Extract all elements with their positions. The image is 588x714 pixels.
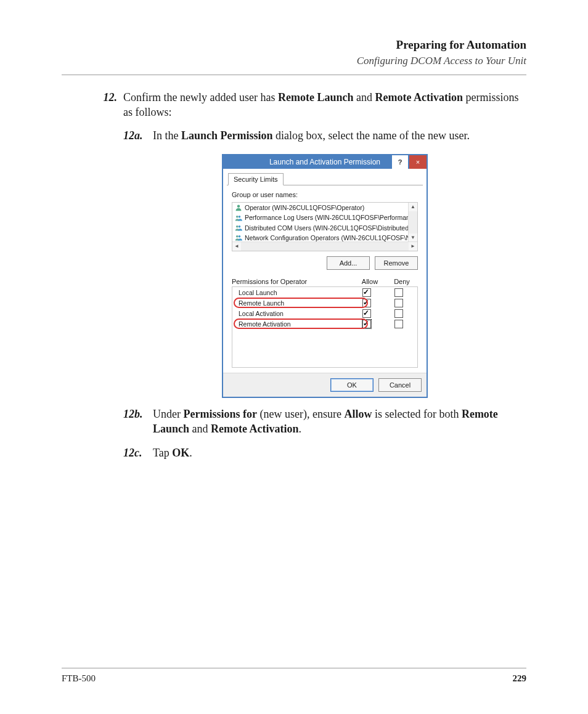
- deny-checkbox[interactable]: [394, 320, 403, 328]
- allow-checkbox[interactable]: [362, 320, 371, 328]
- svg-point-0: [237, 205, 240, 208]
- deny-checkbox[interactable]: [394, 299, 403, 307]
- ok-button[interactable]: OK: [330, 378, 374, 392]
- deny-checkbox[interactable]: [394, 309, 403, 318]
- step-12b: 12b. Under Permissions for (new user), e…: [123, 407, 526, 437]
- horizontal-scrollbar[interactable]: ◄ ►: [232, 241, 417, 251]
- substep-body: Tap OK.: [153, 445, 526, 460]
- substep-number: 12c.: [123, 445, 149, 460]
- allow-checkbox[interactable]: [362, 309, 371, 318]
- user-icon: [235, 204, 242, 211]
- list-item[interactable]: Performance Log Users (WIN-26CUL1QFOSF\P…: [232, 213, 409, 222]
- svg-point-1: [236, 216, 239, 218]
- permission-name: Local Launch: [235, 288, 351, 297]
- substep-number: 12a.: [123, 128, 149, 143]
- list-item[interactable]: Network Configuration Operators (WIN-26C…: [232, 233, 409, 242]
- svg-point-5: [236, 235, 239, 238]
- users-icon: [235, 214, 242, 222]
- allow-checkbox[interactable]: [362, 299, 371, 307]
- scroll-right-icon[interactable]: ►: [409, 242, 417, 251]
- footer-rule: [62, 668, 526, 668]
- list-item-label: Distributed COM Users (WIN-26CUL1QFOSF\D…: [245, 224, 409, 232]
- add-button[interactable]: Add...: [327, 256, 370, 270]
- permissions-grid: Local LaunchRemote LaunchLocal Activatio…: [232, 286, 418, 368]
- substep-body: In the Launch Permission dialog box, sel…: [153, 128, 526, 143]
- users-icon: [235, 234, 242, 241]
- permission-row: Remote Launch: [232, 298, 417, 308]
- scroll-left-icon[interactable]: ◄: [232, 242, 241, 251]
- chapter-title: Preparing for Automation: [62, 37, 526, 53]
- tab-security-limits[interactable]: Security Limits: [228, 173, 284, 186]
- section-subtitle: Configuring DCOM Access to Your Unit: [62, 54, 526, 68]
- permission-name: Local Activation: [235, 309, 351, 318]
- users-icon: [235, 224, 242, 232]
- svg-point-2: [239, 216, 241, 218]
- scroll-down-icon[interactable]: ▼: [409, 233, 417, 242]
- list-item[interactable]: Operator (WIN-26CUL1QFOSF\Operator): [232, 203, 409, 213]
- permissions-for-label: Permissions for Operator: [232, 277, 354, 286]
- substep-number: 12b.: [123, 407, 149, 437]
- help-button[interactable]: ?: [392, 155, 408, 169]
- page-header: Preparing for Automation Configuring DCO…: [62, 37, 526, 68]
- deny-checkbox[interactable]: [394, 288, 403, 297]
- substeps: 12a. In the Launch Permission dialog box…: [123, 128, 526, 460]
- dialog-figure: Launch and Activation Permission ? × Sec…: [123, 154, 526, 398]
- cancel-button[interactable]: Cancel: [378, 378, 422, 392]
- list-item[interactable]: Distributed COM Users (WIN-26CUL1QFOSF\D…: [232, 223, 409, 233]
- dialog-title-text: Launch and Activation Permission: [269, 157, 380, 167]
- svg-point-6: [239, 235, 241, 238]
- allow-column-label: Allow: [354, 277, 386, 286]
- page-footer: FTB-500 229: [62, 662, 526, 684]
- remove-button[interactable]: Remove: [375, 256, 418, 270]
- svg-point-3: [236, 225, 239, 228]
- step-12c: 12c. Tap OK.: [123, 445, 526, 460]
- step-12: 12. Confirm the newly added user has Rem…: [99, 90, 526, 120]
- dialog-titlebar[interactable]: Launch and Activation Permission ? ×: [223, 155, 427, 169]
- scroll-up-icon[interactable]: ▲: [409, 203, 417, 211]
- deny-column-label: Deny: [386, 277, 418, 286]
- permission-row: Local Activation: [232, 308, 417, 318]
- dialog-footer: OK Cancel: [223, 373, 427, 397]
- close-button[interactable]: ×: [409, 155, 427, 169]
- list-item-label: Network Configuration Operators (WIN-26C…: [245, 233, 409, 242]
- list-item-label: Performance Log Users (WIN-26CUL1QFOSF\P…: [245, 213, 409, 222]
- dialog-body: Security Limits Group or user names: Ope…: [223, 169, 427, 373]
- step-12a: 12a. In the Launch Permission dialog box…: [123, 128, 526, 143]
- permissions-header: Permissions for Operator Allow Deny: [232, 277, 418, 286]
- allow-checkbox[interactable]: [362, 288, 371, 297]
- group-user-label: Group or user names:: [232, 190, 418, 200]
- substep-body: Under Permissions for (new user), ensure…: [153, 407, 526, 437]
- permission-name: Remote Activation: [235, 320, 351, 328]
- step-body: Confirm the newly added user has Remote …: [123, 90, 526, 120]
- group-user-listbox[interactable]: Operator (WIN-26CUL1QFOSF\Operator)Perfo…: [232, 202, 418, 251]
- permission-row: Local Launch: [232, 287, 417, 298]
- permission-name: Remote Launch: [235, 299, 351, 307]
- tab-strip: Security Limits: [227, 172, 423, 185]
- page-number: 229: [513, 672, 527, 684]
- header-rule: [62, 75, 526, 75]
- list-item-label: Operator (WIN-26CUL1QFOSF\Operator): [245, 203, 364, 212]
- step-number: 12.: [99, 90, 117, 120]
- svg-point-4: [239, 225, 241, 228]
- product-id: FTB-500: [62, 672, 96, 684]
- vertical-scrollbar[interactable]: ▲ ▼: [408, 203, 417, 242]
- permission-row: Remote Activation: [232, 318, 417, 329]
- document-page: Preparing for Automation Configuring DCO…: [0, 0, 588, 714]
- launch-activation-dialog: Launch and Activation Permission ? × Sec…: [222, 154, 428, 398]
